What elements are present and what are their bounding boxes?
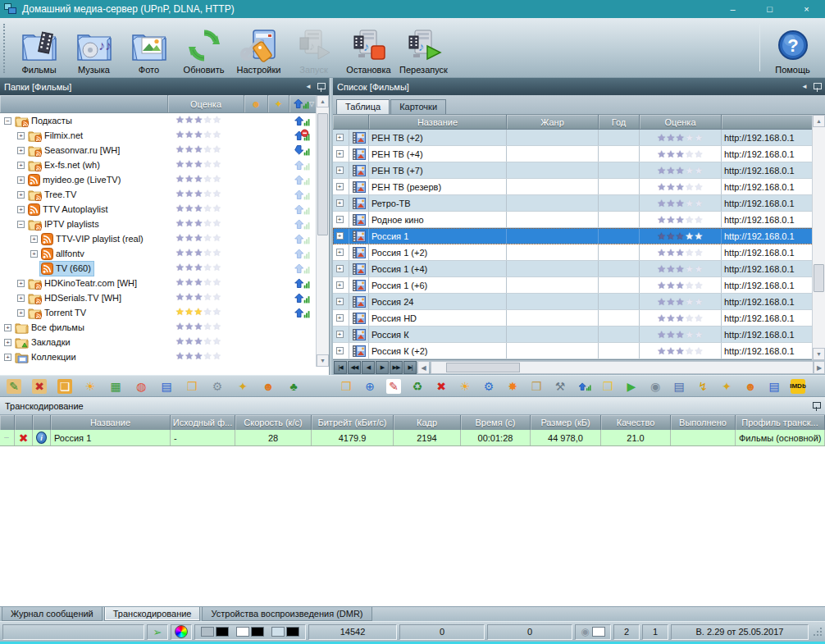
tree-node[interactable]: TV (660) — [40, 262, 93, 276]
expand-icon[interactable]: + — [336, 216, 344, 223]
expand-icon[interactable]: + — [336, 331, 344, 338]
list-column-header-cell[interactable]: Жанр — [507, 115, 599, 129]
minimize-button[interactable]: – — [714, 0, 751, 18]
expand-icon[interactable]: + — [336, 134, 344, 141]
list-scrollbar-thumb[interactable] — [814, 264, 824, 292]
row-expander[interactable]: + — [333, 244, 349, 260]
burst-icon[interactable]: ✸ — [505, 379, 520, 394]
tools-icon[interactable]: ⚒ — [553, 379, 567, 394]
tab-cards[interactable]: Карточки — [390, 99, 446, 114]
gear-info-icon[interactable]: ⚙ — [481, 379, 496, 394]
transcoding-column-header-cell[interactable]: Выполнено — [671, 415, 736, 430]
expand-icon[interactable]: + — [336, 281, 344, 289]
scroll-down-arrow[interactable]: ▼ — [317, 354, 329, 367]
transcoding-column-header-cell[interactable] — [15, 415, 33, 430]
tree-node[interactable]: HDKinoTeatr.com [WH] — [27, 276, 139, 290]
list-row[interactable]: +Россия 1 (+6)★★★★★http://192.168.0.1 — [333, 277, 825, 294]
first-button[interactable]: |◀ — [334, 361, 347, 374]
rating-stars[interactable]: ★★★★★ — [175, 144, 221, 155]
expand-icon[interactable]: + — [336, 298, 344, 305]
row-expander[interactable]: + — [333, 146, 349, 162]
scroll-up-arrow[interactable]: ▲ — [813, 115, 825, 127]
maximize-button[interactable]: □ — [751, 0, 788, 18]
scroll-down-arrow[interactable]: ▼ — [813, 348, 825, 360]
list-row[interactable]: +РЕН ТВ (+7)★★★★★http://192.168.0.1 — [333, 162, 825, 179]
row-expander[interactable]: + — [333, 310, 349, 326]
collapse-panel-icon[interactable]: ◄ — [801, 83, 808, 90]
sort-upload-icon[interactable]: ▽ — [289, 95, 317, 112]
row-rating[interactable]: ★★★★★ — [640, 195, 722, 211]
expand-icon[interactable]: + — [336, 314, 344, 322]
row-rating[interactable]: ★★★★★ — [640, 212, 722, 227]
transcoding-column-header-cell[interactable]: Качество — [601, 415, 671, 430]
delete-package-icon[interactable]: ✖ — [32, 379, 47, 394]
rating-stars[interactable]: ★★★★★ — [175, 247, 221, 258]
transcoding-column-header-cell[interactable]: Исходный ф... — [171, 415, 235, 430]
tree-expander[interactable]: + — [30, 235, 38, 243]
tree-expander[interactable]: + — [17, 147, 25, 154]
save-icon[interactable]: ▤ — [159, 379, 174, 394]
tree-node[interactable]: myideo.ge (LiveTV) — [27, 173, 123, 187]
cancel-icon[interactable]: ✖ — [19, 432, 29, 445]
tree-node[interactable]: Все фильмы — [14, 321, 87, 335]
tree-name-column-header[interactable] — [0, 95, 168, 112]
recycle-bin-icon[interactable]: ♻ — [410, 379, 425, 394]
rating-stars[interactable]: ★★★★★ — [175, 217, 221, 229]
tree-node[interactable]: allfontv — [40, 247, 87, 261]
list-column-header-cell[interactable] — [722, 115, 825, 129]
tree-row[interactable]: +allfontv★★★★★ — [0, 246, 316, 261]
collapse-panel-icon[interactable]: ◄ — [305, 83, 312, 90]
prior-page-button[interactable]: ◀◀ — [348, 361, 361, 374]
row-expander[interactable]: + — [333, 294, 349, 309]
transcoding-column-header-cell[interactable]: Название — [51, 415, 171, 430]
tree-row[interactable]: +Seasonvar.ru [WH]★★★★★ — [0, 143, 316, 158]
toolbar-button-photo-folder[interactable]: Фото — [121, 26, 176, 76]
next-page-button[interactable]: ▶▶ — [390, 361, 403, 374]
list-row[interactable]: +Россия HD★★★★★http://192.168.0.1 — [333, 310, 825, 327]
row-expander[interactable]: + — [333, 327, 349, 342]
rating-stars[interactable]: ★★★★★ — [175, 276, 221, 288]
expand-icon[interactable]: + — [336, 265, 344, 272]
tree-expander[interactable]: − — [17, 221, 25, 228]
tree-expander[interactable]: + — [4, 324, 11, 331]
tree-node[interactable]: Torrent TV — [27, 306, 89, 320]
users-icon[interactable]: ☻ — [244, 95, 268, 112]
tree-row[interactable]: +TTV Autoplaylist★★★★★ — [0, 202, 316, 217]
transcoding-column-header-cell[interactable]: Размер (кБ) — [531, 415, 601, 430]
tree-node[interactable]: Закладки — [14, 336, 73, 349]
pin-icon[interactable] — [317, 82, 325, 92]
tree-node[interactable]: Подкасты — [14, 114, 75, 128]
key-icon[interactable]: ✦ — [235, 379, 250, 394]
row-expander[interactable]: + — [333, 228, 349, 244]
share-folder-icon[interactable]: ❏ — [57, 379, 72, 394]
lightning-icon[interactable]: ↯ — [695, 379, 710, 394]
tree-node[interactable]: Ex-fs.net (wh) — [27, 158, 103, 172]
users-icon[interactable]: ☻ — [261, 379, 276, 394]
mosaic-icon[interactable]: ▦ — [108, 379, 123, 394]
pin-icon[interactable] — [813, 401, 820, 411]
row-expander[interactable]: + — [333, 343, 349, 359]
tree-row[interactable]: −IPTV playlists★★★★★ — [0, 217, 316, 231]
row-expander[interactable]: + — [333, 162, 349, 178]
rating-stars[interactable]: ★★★★★ — [175, 232, 221, 244]
toolbar-button-refresh[interactable]: Обновить — [176, 26, 231, 76]
tree-node[interactable]: Seasonvar.ru [WH] — [27, 144, 122, 158]
list-row[interactable]: +РЕН ТВ (резерв)★★★★★http://192.168.0.1 — [333, 179, 825, 195]
color-swatch[interactable] — [236, 627, 249, 637]
expand-icon[interactable]: + — [336, 183, 344, 190]
list-column-header-cell[interactable] — [333, 115, 369, 129]
help-button[interactable]: ?Помощь — [765, 26, 820, 76]
tree-node[interactable]: HDSerials.TV [WH] — [27, 291, 124, 305]
color-swatch[interactable] — [216, 627, 229, 637]
rating-stars[interactable]: ★★★★★ — [175, 173, 221, 185]
close-button[interactable]: × — [788, 0, 825, 18]
rating-stars[interactable]: ★★★★★ — [175, 262, 221, 273]
list-row[interactable]: +Россия К★★★★★http://192.168.0.1 — [333, 327, 825, 343]
tree-row[interactable]: +Tree.TV★★★★★ — [0, 187, 316, 202]
last-button[interactable]: ▶| — [403, 361, 417, 374]
settings-gear-icon[interactable]: ⚙ — [210, 379, 225, 394]
folder-gear-icon[interactable]: ❒ — [529, 379, 544, 394]
row-expander[interactable]: + — [333, 195, 349, 211]
rating-stars[interactable]: ★★★★★ — [175, 129, 221, 140]
hscroll-thumb[interactable] — [446, 363, 520, 372]
